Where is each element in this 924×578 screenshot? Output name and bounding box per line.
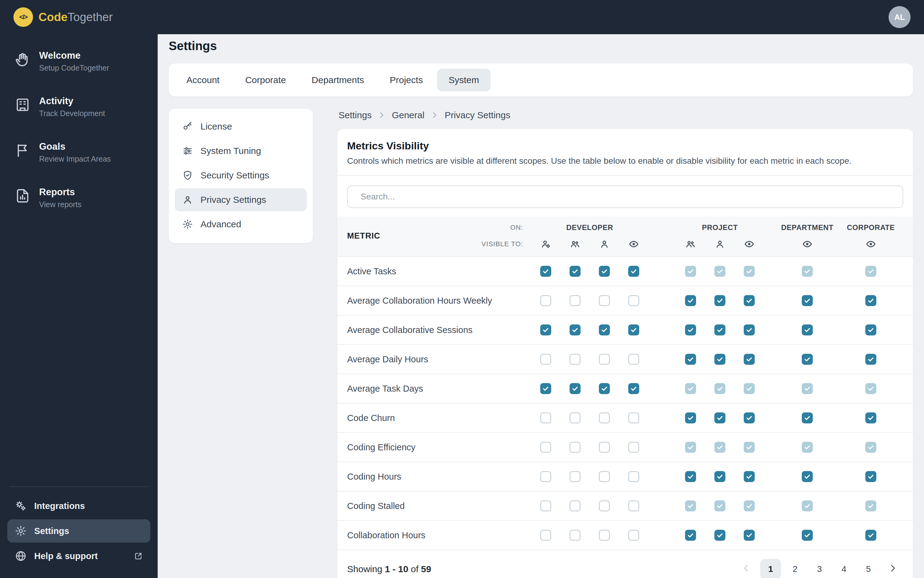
visibility-checkbox[interactable] [866, 412, 876, 424]
tab-account[interactable]: Account [175, 69, 231, 91]
visibility-checkbox[interactable] [802, 354, 813, 365]
sidebar-item-help-support[interactable]: Help & support [7, 544, 150, 568]
visibility-checkbox[interactable] [715, 412, 725, 424]
visibility-checkbox[interactable] [599, 295, 610, 306]
previous-page-button[interactable] [736, 559, 757, 578]
visibility-checkbox[interactable] [802, 295, 813, 306]
sidebar-item-goals[interactable]: GoalsReview Impact Areas [7, 136, 150, 168]
visibility-checkbox[interactable] [744, 412, 755, 424]
page-button-1[interactable]: 1 [760, 559, 781, 578]
next-page-button[interactable] [882, 559, 903, 578]
visibility-checkbox[interactable] [599, 383, 610, 394]
visibility-checkbox[interactable] [540, 266, 551, 277]
sidebar-item-reports[interactable]: ReportsView reports [7, 182, 150, 214]
visibility-checkbox[interactable] [628, 325, 639, 335]
page-button-2[interactable]: 2 [785, 559, 805, 578]
visibility-checkbox[interactable] [540, 471, 551, 482]
visibility-checkbox[interactable] [540, 325, 551, 335]
visibility-checkbox[interactable] [599, 500, 610, 511]
visibility-checkbox[interactable] [570, 471, 581, 482]
visibility-checkbox[interactable] [866, 471, 876, 482]
visibility-checkbox[interactable] [570, 442, 581, 453]
page-button-4[interactable]: 4 [833, 559, 854, 578]
visibility-checkbox[interactable] [599, 471, 610, 482]
visibility-checkbox[interactable] [628, 412, 639, 424]
visibility-checkbox[interactable] [628, 266, 639, 277]
visibility-checkbox[interactable] [715, 471, 725, 482]
avatar[interactable]: AL [888, 6, 911, 28]
visibility-checkbox[interactable] [570, 383, 581, 394]
visibility-checkbox[interactable] [866, 325, 876, 335]
visibility-checkbox[interactable] [540, 354, 551, 365]
subnav-item-privacy-settings[interactable]: Privacy Settings [175, 188, 307, 211]
breadcrumb-item-general[interactable]: General [392, 110, 424, 120]
visibility-checkbox[interactable] [540, 412, 551, 424]
sidebar-item-activity[interactable]: ActivityTrack Development [7, 91, 150, 123]
visibility-checkbox[interactable] [744, 354, 755, 365]
subnav-item-advanced[interactable]: Advanced [175, 213, 307, 236]
visibility-checkbox[interactable] [540, 530, 551, 541]
visibility-checkbox[interactable] [540, 383, 551, 394]
visibility-checkbox[interactable] [866, 354, 876, 365]
visibility-checkbox[interactable] [866, 295, 876, 306]
visibility-checkbox[interactable] [540, 295, 551, 306]
visibility-checkbox[interactable] [599, 442, 610, 453]
visibility-checkbox[interactable] [715, 530, 725, 541]
visibility-checkbox[interactable] [802, 412, 813, 424]
sidebar-item-welcome[interactable]: WelcomeSetup CodeTogether [7, 45, 150, 77]
visibility-checkbox[interactable] [599, 325, 610, 335]
visibility-checkbox[interactable] [744, 325, 755, 335]
subnav-item-system-tuning[interactable]: System Tuning [175, 139, 307, 162]
subnav-item-security-settings[interactable]: Security Settings [175, 164, 307, 187]
tab-system[interactable]: System [437, 69, 491, 91]
visibility-checkbox[interactable] [628, 354, 639, 365]
visibility-checkbox[interactable] [802, 471, 813, 482]
search-input[interactable] [361, 192, 895, 201]
visibility-checkbox[interactable] [570, 530, 581, 541]
sidebar-item-settings[interactable]: Settings [7, 520, 150, 542]
visibility-checkbox[interactable] [685, 530, 696, 541]
visibility-checkbox[interactable] [715, 295, 725, 306]
tab-departments[interactable]: Departments [300, 69, 376, 91]
visibility-checkbox[interactable] [744, 471, 755, 482]
visibility-checkbox[interactable] [802, 325, 813, 335]
visibility-checkbox[interactable] [715, 354, 725, 365]
visibility-checkbox[interactable] [540, 500, 551, 511]
page-button-3[interactable]: 3 [809, 559, 830, 578]
visibility-checkbox[interactable] [744, 295, 755, 306]
sidebar-item-integrations[interactable]: Integrations [7, 494, 150, 518]
visibility-checkbox[interactable] [570, 500, 581, 511]
visibility-checkbox [802, 383, 813, 394]
visibility-checkbox[interactable] [866, 530, 876, 541]
visibility-checkbox[interactable] [685, 354, 696, 365]
visibility-checkbox[interactable] [599, 266, 610, 277]
visibility-checkbox[interactable] [628, 500, 639, 511]
visibility-checkbox[interactable] [570, 295, 581, 306]
visibility-checkbox[interactable] [628, 295, 639, 306]
breadcrumb-item-settings[interactable]: Settings [339, 110, 372, 120]
visibility-checkbox[interactable] [685, 295, 696, 306]
visibility-checkbox[interactable] [802, 530, 813, 541]
tab-corporate[interactable]: Corporate [234, 69, 297, 91]
visibility-checkbox[interactable] [599, 354, 610, 365]
visibility-checkbox[interactable] [685, 325, 696, 335]
visibility-checkbox[interactable] [599, 530, 610, 541]
visibility-checkbox[interactable] [570, 354, 581, 365]
visibility-checkbox[interactable] [628, 530, 639, 541]
visibility-checkbox[interactable] [628, 471, 639, 482]
visibility-checkbox[interactable] [744, 530, 755, 541]
checkbox-slot [676, 442, 705, 453]
tab-projects[interactable]: Projects [378, 69, 435, 91]
page-button-5[interactable]: 5 [858, 559, 879, 578]
visibility-checkbox[interactable] [628, 383, 639, 394]
visibility-checkbox[interactable] [570, 325, 581, 335]
subnav-item-license[interactable]: License [175, 115, 307, 138]
visibility-checkbox[interactable] [570, 412, 581, 424]
visibility-checkbox[interactable] [570, 266, 581, 277]
visibility-checkbox[interactable] [715, 325, 725, 335]
visibility-checkbox[interactable] [685, 471, 696, 482]
visibility-checkbox[interactable] [599, 412, 610, 424]
visibility-checkbox[interactable] [540, 442, 551, 453]
visibility-checkbox[interactable] [628, 442, 639, 453]
visibility-checkbox[interactable] [685, 412, 696, 424]
